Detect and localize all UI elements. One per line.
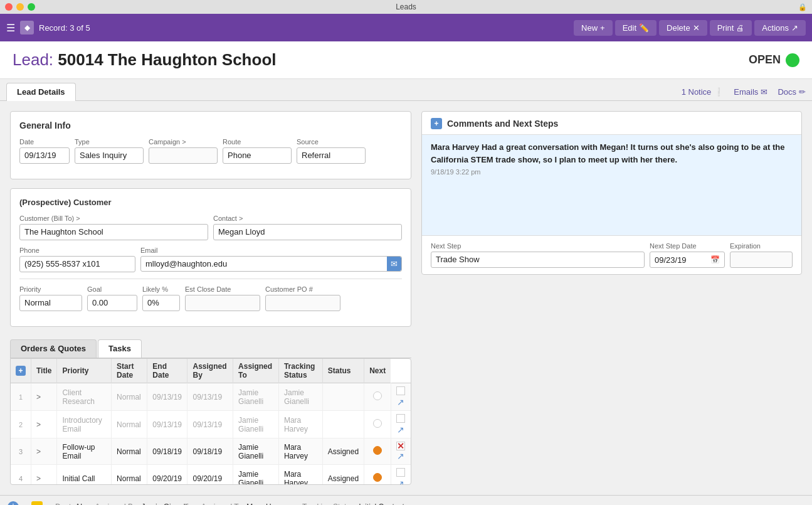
customer-po-group: Customer PO #: [265, 285, 340, 311]
bottom-tab-bar: Orders & Quotes Tasks: [10, 336, 411, 358]
table-row[interactable]: 1 > Client Research Normal 09/13/19 09/1…: [11, 383, 411, 411]
calendar-icon[interactable]: 📅: [710, 255, 720, 264]
email-wrap: mlloyd@haughton.edu ✉: [140, 256, 402, 272]
task-assigned-by: Jamie Gianelli: [233, 465, 279, 485]
maximize-button[interactable]: [28, 3, 35, 11]
new-button[interactable]: New +: [574, 20, 613, 36]
hamburger-icon[interactable]: ☰: [6, 22, 15, 34]
table-row[interactable]: 2 > Introductory Email Normal 09/13/19 0…: [11, 411, 411, 439]
customer-po-label: Customer PO #: [265, 285, 340, 293]
task-assigned-to: Mara Harvey: [278, 465, 322, 485]
status-bar: i ✏ Dept AI Assigned By Jamie Gianelli A…: [0, 495, 812, 505]
task-arrow-icon[interactable]: ↗: [397, 479, 404, 484]
task-priority: Normal: [112, 465, 147, 485]
task-title: Follow-up Email: [57, 439, 112, 465]
campaign-group: Campaign >: [149, 138, 218, 164]
task-priority: Normal: [112, 439, 147, 465]
delete-button[interactable]: Delete ✕: [659, 20, 707, 36]
phone-label: Phone: [19, 247, 135, 254]
expiration-group: Expiration: [730, 242, 793, 268]
type-group: Type Sales Inquiry: [75, 138, 144, 164]
email-send-icon[interactable]: ✉: [387, 257, 401, 271]
edit-button[interactable]: Edit ✏️: [615, 20, 656, 36]
notice-icon: ❕: [714, 87, 724, 97]
email-label: Email: [140, 247, 402, 254]
likely-value: 0%: [142, 295, 180, 311]
task-title: Initial Call: [57, 465, 112, 485]
check-box[interactable]: [396, 386, 405, 395]
task-assigned-to: Jamie Gianelli: [278, 383, 322, 411]
col-next: Next: [364, 359, 391, 383]
route-label: Route: [223, 138, 292, 146]
task-start-date: 09/13/19: [147, 383, 187, 411]
col-assigned-to: Assigned To: [233, 359, 279, 383]
task-start-date: 09/20/19: [147, 465, 187, 485]
col-add: +: [11, 359, 31, 383]
task-title: Client Research: [57, 383, 112, 411]
est-close-group: Est Close Date: [185, 285, 260, 311]
lock-icon: 🔒: [798, 3, 807, 11]
check-box[interactable]: ✕: [396, 442, 405, 450]
tab-tasks[interactable]: Tasks: [98, 339, 142, 358]
info-icon: i: [8, 501, 19, 506]
assigned-to-field: Assigned To Mara Harvey: [201, 502, 290, 506]
nav-diamond-icon[interactable]: ◆: [20, 21, 34, 35]
expiration-value: [730, 252, 793, 268]
close-button[interactable]: [5, 3, 13, 11]
task-tracking-status: [322, 383, 364, 411]
col-start-date: Start Date: [112, 359, 147, 383]
next-step-date-label: Next Step Date: [650, 242, 725, 250]
minimize-button[interactable]: [16, 3, 24, 11]
notice-link[interactable]: 1 Notice ❕: [682, 87, 724, 97]
task-priority: Normal: [112, 383, 147, 411]
body-wrap: General Info Date 09/13/19 Type Sales In…: [0, 101, 812, 495]
add-task-icon[interactable]: +: [16, 366, 26, 376]
tab-orders-quotes[interactable]: Orders & Quotes: [10, 339, 97, 358]
next-step-label: Next Step: [431, 242, 645, 250]
next-step-value: Trade Show: [431, 252, 645, 268]
task-arrow-icon[interactable]: ↗: [397, 425, 404, 435]
contact-value: Megan Lloyd: [213, 224, 402, 240]
comment-timestamp: 9/18/19 3:22 pm: [431, 168, 793, 176]
meta-row: Priority Normal Goal 0.00 Likely % 0% Es…: [19, 285, 402, 311]
check-box[interactable]: [396, 414, 405, 423]
task-arrow-icon[interactable]: ↗: [397, 397, 404, 407]
emails-link[interactable]: Emails ✉: [734, 87, 767, 97]
phone-value: (925) 555-8537 x101: [19, 256, 135, 272]
task-start-date: 09/13/19: [147, 411, 187, 439]
col-status: Status: [322, 359, 364, 383]
tasks-section: Orders & Quotes Tasks + Title: [10, 336, 411, 485]
print-button[interactable]: Print 🖨: [710, 20, 752, 36]
contact-label: Contact >: [213, 215, 402, 222]
docs-icon: ✏: [799, 87, 806, 97]
task-arrow-icon[interactable]: ↗: [397, 451, 404, 461]
tracking-status-field: Tracking Status Initial Contact: [302, 502, 404, 506]
phone-group: Phone (925) 555-8537 x101: [19, 247, 135, 272]
comments-header: + Comments and Next Steps: [422, 112, 801, 135]
open-status-dot: [786, 53, 799, 67]
status-dot: [373, 473, 382, 482]
tasks-table-scroll[interactable]: + Title Priority Start Date End Date Ass…: [11, 359, 411, 484]
general-info-row: Date 09/13/19 Type Sales Inquiry Campaig…: [19, 138, 402, 164]
row-number: 1: [11, 383, 31, 411]
table-row[interactable]: 4 > Initial Call Normal 09/20/19 09/20/1…: [11, 465, 411, 485]
docs-link[interactable]: Docs ✏: [778, 87, 806, 97]
tab-lead-details[interactable]: Lead Details: [6, 83, 76, 101]
pencil-icon: ✏: [31, 501, 43, 506]
actions-button[interactable]: Actions ↗: [754, 20, 806, 36]
est-close-value: [185, 295, 260, 311]
task-start-date: 09/18/19: [147, 439, 187, 465]
task-next: ✕ ↗: [391, 439, 411, 465]
assigned-by-value: Jamie Gianelli: [141, 502, 188, 506]
row-number: 4: [11, 465, 31, 485]
task-end-date: 09/20/19: [187, 465, 233, 485]
customer-row-2: Phone (925) 555-8537 x101 Email mlloyd@h…: [19, 247, 402, 272]
table-row[interactable]: 3 > Follow-up Email Normal 09/18/19 09/1…: [11, 439, 411, 465]
customer-po-value: [265, 295, 340, 311]
task-assigned-to: Mara Harvey: [278, 411, 322, 439]
email-group: Email mlloyd@haughton.edu ✉: [140, 247, 402, 272]
campaign-value: [149, 147, 218, 164]
task-status: [364, 411, 391, 439]
lead-header: Lead: 50014 The Haughton School OPEN: [0, 41, 812, 79]
check-box[interactable]: [396, 468, 405, 477]
